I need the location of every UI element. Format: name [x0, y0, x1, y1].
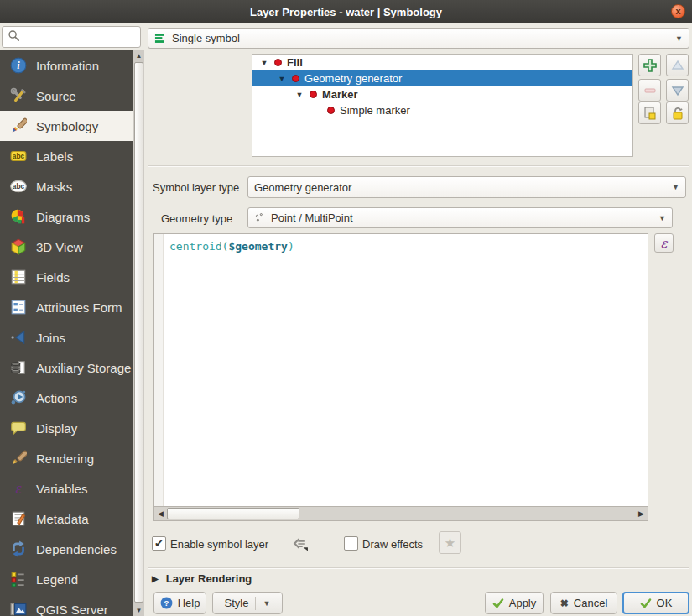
- scroll-left-icon[interactable]: ◀: [154, 507, 167, 520]
- expression-hscrollbar[interactable]: ◀ ▶: [154, 506, 648, 520]
- layer-properties-dialog: Layer Properties - water | Symbology x i…: [0, 0, 692, 616]
- expression-builder-button[interactable]: ε: [654, 233, 674, 253]
- sidebar-item-label: Dependencies: [36, 542, 117, 556]
- sidebar-item-diagrams[interactable]: Diagrams: [0, 201, 133, 232]
- expression-editor[interactable]: centroid($geometry) ◀ ▶: [153, 233, 648, 521]
- enable-symbol-layer-checkbox[interactable]: ✔: [152, 536, 166, 551]
- symbol-tree-row-marker[interactable]: ▼Marker: [252, 86, 632, 102]
- divider: [148, 165, 689, 166]
- sidebar-item-dependencies[interactable]: Dependencies: [0, 534, 133, 564]
- server-icon: [10, 601, 27, 616]
- sidebar-item-rendering[interactable]: Rendering: [0, 443, 133, 473]
- titlebar[interactable]: Layer Properties - water | Symbology x: [0, 0, 692, 23]
- sidebar-item-auxiliary-storage[interactable]: Auxiliary Storage: [0, 352, 133, 383]
- sidebar-item-label: Masks: [36, 180, 72, 194]
- renderer-select[interactable]: Single symbol ▼: [148, 28, 689, 49]
- scroll-right-icon[interactable]: ▶: [635, 507, 648, 520]
- ok-button[interactable]: OK: [622, 592, 689, 614]
- sidebar-item-masks[interactable]: abcMasks: [0, 171, 133, 201]
- sidebar-item-fields[interactable]: Fields: [0, 262, 133, 292]
- sidebar-item-attributes-form[interactable]: Attributes Form: [0, 292, 133, 322]
- plus-icon: [643, 58, 658, 73]
- customize-effects-button[interactable]: ★: [439, 531, 461, 554]
- help-icon: ?: [160, 597, 173, 609]
- style-button[interactable]: Style ▼: [212, 592, 283, 614]
- add-symbol-layer-button[interactable]: [638, 54, 661, 76]
- sidebar-item-actions[interactable]: Actions: [0, 383, 133, 413]
- sidebar-item-information[interactable]: iInformation: [0, 50, 133, 81]
- tree-expander-icon[interactable]: ▼: [277, 75, 287, 83]
- duplicate-symbol-layer-button[interactable]: [638, 102, 661, 124]
- data-defined-override-icon[interactable]: [291, 535, 309, 556]
- draw-effects-label: Draw effects: [362, 538, 423, 551]
- symbol-tree-row-geometry-generator[interactable]: ▼Geometry generator: [252, 70, 632, 86]
- minus-icon: [643, 83, 658, 98]
- move-up-button[interactable]: [666, 54, 689, 76]
- scroll-up-icon[interactable]: ▲: [133, 50, 144, 61]
- display-icon: [10, 420, 27, 436]
- symbol-marker-dot-icon: [327, 107, 335, 114]
- sidebar-item-label: Rendering: [36, 452, 94, 466]
- svg-text:abc: abc: [13, 182, 25, 191]
- chevron-down-icon: ▼: [658, 214, 666, 222]
- sidebar-item-symbology[interactable]: Symbology: [0, 111, 133, 141]
- move-down-button[interactable]: [666, 79, 689, 102]
- sidebar-item-label: QGIS Server: [36, 603, 108, 616]
- sidebar-item-label: Actions: [36, 391, 77, 405]
- lock-colors-button[interactable]: [666, 102, 689, 124]
- sidebar-item-3d-view[interactable]: 3D View: [0, 232, 133, 262]
- renderer-value: Single symbol: [172, 32, 240, 44]
- expression-function: centroid(: [169, 240, 228, 253]
- expression-hscrollbar-thumb[interactable]: [167, 508, 299, 519]
- search-input[interactable]: [2, 26, 141, 48]
- symbol-marker-dot-icon: [292, 75, 299, 82]
- remove-symbol-layer-button[interactable]: [638, 79, 661, 102]
- style-label: Style: [225, 597, 249, 609]
- draw-effects-checkbox[interactable]: [344, 536, 358, 551]
- close-button[interactable]: x: [671, 4, 685, 18]
- fields-icon: [10, 269, 27, 285]
- dependencies-icon: [10, 540, 27, 557]
- sidebar-item-label: Metadata: [36, 512, 89, 526]
- sidebar-item-label: Source: [36, 89, 76, 103]
- expression-text: centroid($geometry): [169, 240, 294, 253]
- help-button[interactable]: ? Help: [153, 592, 206, 614]
- sidebar-item-label: Auxiliary Storage: [36, 361, 131, 375]
- sidebar-item-metadata[interactable]: Metadata: [0, 504, 133, 534]
- symbol-tree-row-label: Fill: [287, 56, 303, 69]
- epsilon-icon: ε: [10, 480, 27, 497]
- symbol-tree-row-fill[interactable]: ▼Fill: [252, 55, 632, 70]
- sidebar-item-legend[interactable]: Legend: [0, 564, 133, 594]
- chevron-down-icon: ▼: [672, 183, 679, 191]
- tree-expander-icon[interactable]: ▼: [259, 59, 269, 67]
- sidebar-item-label: Fields: [36, 270, 70, 285]
- rendering-icon: [10, 450, 27, 467]
- sidebar-item-label: Variables: [36, 482, 87, 496]
- join-icon: [10, 329, 27, 346]
- sidebar-item-qgis-server[interactable]: QGIS Server: [0, 594, 133, 616]
- layer-rendering-toggle[interactable]: ▶ Layer Rendering: [152, 572, 252, 585]
- scroll-down-icon[interactable]: ▼: [133, 605, 144, 616]
- sidebar-item-source[interactable]: Source: [0, 81, 133, 111]
- sidebar-item-labels[interactable]: abcLabels: [0, 141, 133, 171]
- apply-button[interactable]: Apply: [485, 592, 544, 614]
- unlocked-icon: [670, 106, 685, 121]
- cancel-button[interactable]: ✖ Cancel: [550, 592, 617, 614]
- sidebar-item-variables[interactable]: εVariables: [0, 473, 133, 504]
- geometry-type-label: Geometry type: [161, 212, 232, 225]
- star-icon: ★: [445, 535, 455, 551]
- sidebar-item-joins[interactable]: Joins: [0, 322, 133, 352]
- sidebar-scrollbar-thumb[interactable]: [134, 62, 143, 603]
- sidebar-item-label: Attributes Form: [36, 300, 122, 315]
- symbol-marker-dot-icon: [274, 59, 282, 66]
- sidebar-item-display[interactable]: Display: [0, 413, 133, 443]
- symbol-tree-row-simple-marker[interactable]: Simple marker: [252, 102, 632, 118]
- tree-expander-icon[interactable]: ▼: [294, 91, 304, 99]
- symbol-layer-type-select[interactable]: Geometry generator ▼: [247, 176, 686, 198]
- apply-label: Apply: [509, 597, 537, 609]
- geometry-type-select[interactable]: Point / MultiPoint ▼: [247, 207, 673, 228]
- sidebar-scrollbar[interactable]: ▲ ▼: [133, 50, 144, 616]
- expression-argument: $geometry: [228, 240, 287, 253]
- cube-icon: [10, 238, 27, 255]
- symbol-layer-type-value: Geometry generator: [254, 181, 351, 194]
